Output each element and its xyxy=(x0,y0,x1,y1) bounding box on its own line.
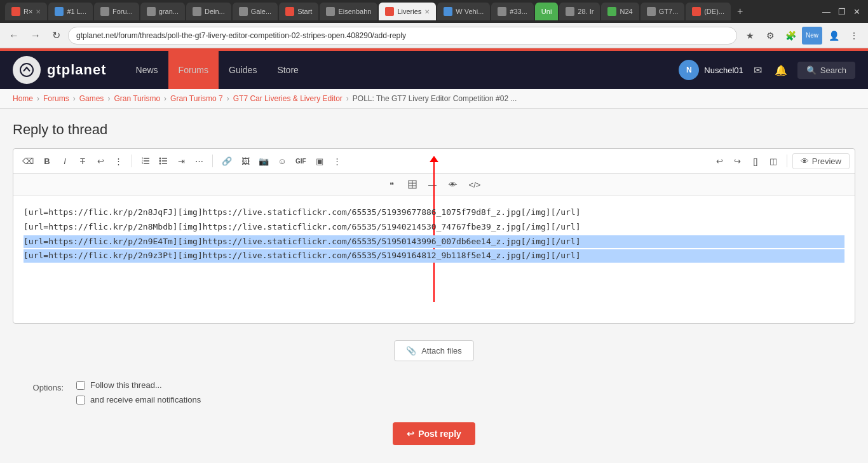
tab-label: N24 xyxy=(620,8,632,15)
options-label: Options: xyxy=(13,383,76,392)
tab-favicon xyxy=(239,7,248,16)
spoiler-button[interactable]: ◫ xyxy=(765,153,782,169)
close-window-icon[interactable]: ✕ xyxy=(851,7,863,17)
browser-menu-button[interactable]: ⋮ xyxy=(845,27,863,45)
close-icon[interactable]: ✕ xyxy=(36,8,41,15)
tab-favicon xyxy=(385,7,394,16)
tab-label: R× xyxy=(24,8,32,15)
restore-icon[interactable]: ❐ xyxy=(836,7,848,17)
tab-gran[interactable]: gran... xyxy=(140,3,185,20)
tab-favicon xyxy=(326,7,335,16)
tab-28[interactable]: 28. Ir xyxy=(559,3,600,20)
nav-news[interactable]: News xyxy=(126,51,168,89)
tab-de[interactable]: (DE)... xyxy=(686,3,731,20)
tab-n24[interactable]: N24 xyxy=(601,3,639,20)
attach-files-button[interactable]: 📎 Attach files xyxy=(394,340,474,361)
preview-label: Preview xyxy=(812,156,841,166)
post-reply-button[interactable]: ↩ Post reply xyxy=(393,422,475,445)
tab-favicon xyxy=(692,7,701,16)
code-inline-button[interactable]: </> xyxy=(465,176,485,193)
code-button[interactable]: [] xyxy=(747,153,764,169)
search-label: Search xyxy=(820,66,846,75)
nav-guides[interactable]: Guides xyxy=(219,51,267,89)
media-button[interactable]: ▣ xyxy=(311,153,328,169)
tab-vehi[interactable]: W Vehi... xyxy=(437,3,490,20)
extensions-button[interactable]: 🧩 xyxy=(782,27,799,45)
new-feature-button[interactable]: New xyxy=(802,27,822,45)
undo-button[interactable]: ↩ xyxy=(712,153,728,169)
breadcrumb-games[interactable]: Games xyxy=(79,94,104,103)
bookmark-button[interactable]: ★ xyxy=(741,27,759,45)
bell-icon[interactable]: 🔔 xyxy=(772,62,790,79)
tab-eisenbahn[interactable]: Eisenbahn xyxy=(320,3,377,20)
nav-right: N Nuschel01 ✉ 🔔 🔍 Search xyxy=(679,60,855,80)
refresh-button[interactable]: ↻ xyxy=(48,27,64,44)
tab-favicon xyxy=(11,7,20,16)
tab-dein[interactable]: Dein... xyxy=(186,3,231,20)
back-button[interactable]: ← xyxy=(5,27,23,44)
link-button[interactable]: 🔗 xyxy=(218,153,236,169)
tab-liveries[interactable]: Liveries ✕ xyxy=(379,3,436,20)
tab-label: (DE)... xyxy=(704,8,724,15)
hide-button[interactable]: 👁 xyxy=(445,176,461,193)
italic-button[interactable]: I xyxy=(57,153,73,169)
remove-format-button[interactable]: ↩ xyxy=(92,153,109,169)
tab-start[interactable]: Start xyxy=(279,3,318,20)
ordered-list-button[interactable]: 1 2 3 xyxy=(137,153,154,169)
nav-store[interactable]: Store xyxy=(267,51,308,89)
main-nav: gtplanet News Forums Guides Store N Nusc… xyxy=(0,51,868,89)
options-content: Follow this thread... and receive email … xyxy=(76,380,201,404)
minimize-icon[interactable]: — xyxy=(820,7,833,17)
more-list-button[interactable]: ⋯ xyxy=(191,153,207,169)
address-text: gtplanet.net/forum/threads/poll-the-gt7-… xyxy=(76,31,406,40)
sep2 xyxy=(212,155,213,167)
tab-foru[interactable]: Foru... xyxy=(94,3,139,20)
tab-gt7[interactable]: GT7... xyxy=(641,3,685,20)
breadcrumb-gt7[interactable]: Gran Turismo 7 xyxy=(170,94,223,103)
more-format-button[interactable]: ⋮ xyxy=(110,153,126,169)
table-icon xyxy=(408,180,417,189)
nav-links: News Forums Guides Store xyxy=(126,51,679,89)
breadcrumb-home[interactable]: Home xyxy=(13,94,33,103)
profile-button[interactable]: 👤 xyxy=(825,27,843,45)
tab-label: Foru... xyxy=(112,8,133,15)
tab-33[interactable]: #33... xyxy=(491,3,534,20)
breadcrumb-liveries[interactable]: GT7 Car Liveries & Livery Editor xyxy=(233,94,342,103)
tab-gale[interactable]: Gale... xyxy=(233,3,278,20)
address-bar[interactable]: gtplanet.net/forum/threads/poll-the-gt7-… xyxy=(68,27,737,45)
emoji-button[interactable]: ☺ xyxy=(274,153,290,169)
breadcrumb-gran-turismo[interactable]: Gran Turismo xyxy=(114,94,160,103)
eraser-button[interactable]: ⌫ xyxy=(18,153,37,169)
gif-button[interactable]: GIF xyxy=(292,153,310,169)
mail-icon[interactable]: ✉ xyxy=(751,62,764,79)
bold-button[interactable]: B xyxy=(39,153,55,169)
follow-thread-checkbox[interactable] xyxy=(76,381,85,390)
preview-button[interactable]: 👁 Preview xyxy=(792,153,850,169)
tab-1l[interactable]: #1 L... xyxy=(48,3,93,20)
strikethrough-button[interactable]: T xyxy=(74,153,91,169)
email-notifications-row: and receive email notifications xyxy=(76,395,201,404)
editor-body[interactable]: [url=https://flic.kr/p/2n8JqFJ][img]http… xyxy=(13,196,855,323)
breadcrumb-forums[interactable]: Forums xyxy=(43,94,69,103)
forward-button[interactable]: → xyxy=(27,27,44,44)
more-insert-button[interactable]: ⋮ xyxy=(329,153,346,169)
quote-button[interactable]: ❝ xyxy=(384,176,400,193)
settings-button[interactable]: ⚙ xyxy=(761,27,779,45)
new-tab-button[interactable]: + xyxy=(732,6,748,17)
nav-forums[interactable]: Forums xyxy=(168,51,219,89)
table-button[interactable] xyxy=(404,176,421,193)
search-button[interactable]: 🔍 Search xyxy=(797,62,855,79)
image-button[interactable]: 🖼 xyxy=(237,153,254,169)
logo-circle xyxy=(13,56,41,84)
tab-favicon xyxy=(444,7,452,16)
tab-favicon xyxy=(193,7,201,16)
camera-button[interactable]: 📷 xyxy=(255,153,273,169)
tab-uni[interactable]: Uni xyxy=(535,3,559,20)
indent-button[interactable]: ⇥ xyxy=(173,153,189,169)
close-icon[interactable]: ✕ xyxy=(424,8,430,15)
tab-rx[interactable]: R× ✕ xyxy=(5,3,47,20)
unordered-list-button[interactable] xyxy=(155,153,172,169)
email-notifications-checkbox[interactable] xyxy=(76,396,85,404)
page-content: Reply to thread ⌫ B I T ↩ ⋮ xyxy=(0,109,868,463)
redo-button[interactable]: ↪ xyxy=(729,153,746,169)
